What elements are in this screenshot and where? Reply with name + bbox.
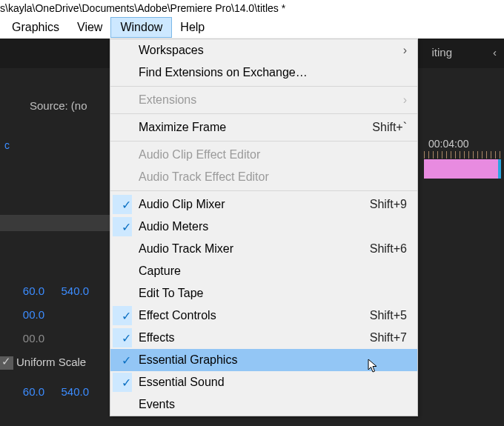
- menu-separator: [110, 113, 417, 114]
- check-icon[interactable]: [0, 356, 13, 370]
- window-menu-dropdown: Workspaces› Find Extensions on Exchange……: [110, 39, 418, 416]
- timeline-clip[interactable]: [424, 159, 501, 179]
- menu-item-capture[interactable]: Capture: [110, 260, 417, 282]
- menu-item-find-extensions[interactable]: Find Extensions on Exchange…: [110, 61, 417, 84]
- menu-window[interactable]: Window: [111, 18, 171, 37]
- blue-playhead-label: c: [0, 139, 10, 151]
- menu-separator: [110, 141, 417, 142]
- menu-item-essential-graphics[interactable]: ✓Essential Graphics: [110, 349, 417, 371]
- menu-item-audio-track-mixer[interactable]: Audio Track MixerShift+6: [110, 238, 417, 260]
- source-panel-label: Source: (no: [30, 99, 87, 112]
- menu-help[interactable]: Help: [171, 18, 213, 37]
- check-icon: ✓: [122, 310, 131, 322]
- menu-item-audio-track-effect-editor: Audio Track Effect Editor: [110, 166, 417, 188]
- menu-item-edit-to-tape[interactable]: Edit To Tape: [110, 282, 417, 304]
- check-icon: ✓: [122, 221, 131, 233]
- menu-item-audio-clip-effect-editor: Audio Clip Effect Editor: [110, 144, 417, 166]
- menu-item-maximize-frame[interactable]: Maximize FrameShift+`: [110, 116, 417, 139]
- menu-item-extensions: Extensions›: [110, 89, 417, 111]
- menu-item-effect-controls[interactable]: ✓Effect ControlsShift+5: [110, 304, 417, 327]
- menu-separator: [110, 190, 417, 191]
- check-icon: ✓: [122, 199, 131, 211]
- menu-item-workspaces[interactable]: Workspaces›: [110, 39, 417, 61]
- timeline-ruler[interactable]: [424, 151, 504, 159]
- check-icon: ✓: [122, 376, 131, 389]
- menu-bar: Graphics View Window Help: [0, 16, 504, 39]
- check-icon: ✓: [122, 332, 131, 345]
- chevron-left-icon[interactable]: ‹: [493, 46, 497, 59]
- menu-item-essential-sound[interactable]: ✓Essential Sound: [110, 371, 417, 393]
- chevron-right-icon: ›: [403, 93, 407, 107]
- timecode-label: 00:04:00: [428, 138, 469, 150]
- title-bar: s\kayla\OneDrive\Documents\Adobe\Premier…: [0, 0, 504, 16]
- menu-view[interactable]: View: [68, 18, 111, 37]
- value-row-1[interactable]: 60.0540.0: [0, 284, 89, 297]
- menu-item-events[interactable]: Events: [110, 393, 417, 416]
- value-row-3: 00.0: [0, 332, 44, 345]
- menu-item-audio-meters[interactable]: ✓Audio Meters: [110, 216, 417, 238]
- panel-row-bg: [0, 215, 119, 231]
- menu-item-audio-clip-mixer[interactable]: ✓Audio Clip MixerShift+9: [110, 193, 417, 216]
- chevron-right-icon: ›: [403, 44, 407, 57]
- value-row-4[interactable]: 60.0540.0: [0, 385, 89, 398]
- workspace-tab[interactable]: iting: [431, 46, 452, 59]
- menu-separator: [110, 86, 417, 87]
- uniform-scale-checkbox[interactable]: Uniform Scale: [0, 356, 86, 370]
- menu-item-effects[interactable]: ✓EffectsShift+7: [110, 327, 417, 349]
- menu-graphics[interactable]: Graphics: [3, 18, 68, 37]
- value-row-2[interactable]: 00.0: [0, 308, 44, 321]
- check-icon: ✓: [122, 354, 131, 367]
